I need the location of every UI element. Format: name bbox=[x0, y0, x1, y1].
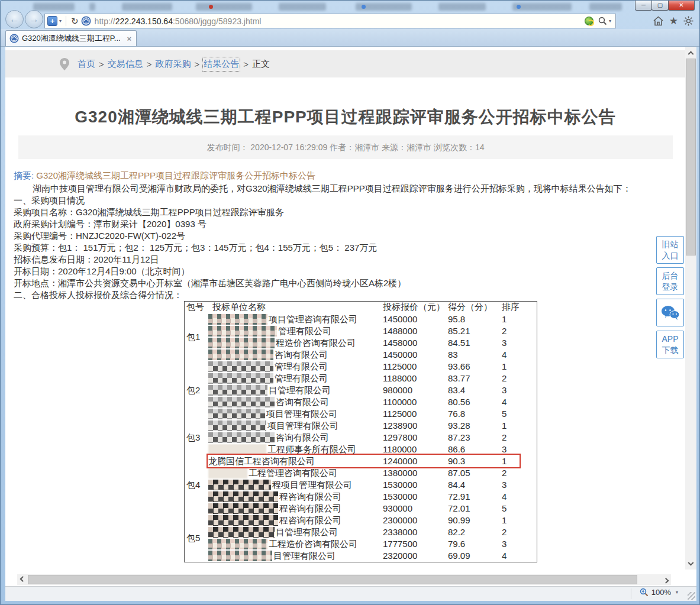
bidder-name: 咨询有限公司 bbox=[208, 396, 329, 408]
zoom-control[interactable]: 100% ▾ bbox=[640, 588, 680, 597]
close-button[interactable]: ✕ bbox=[668, 1, 695, 11]
search-dropdown-icon[interactable]: ▾ bbox=[609, 18, 611, 24]
redaction-mosaic bbox=[208, 420, 266, 431]
wechat-icon bbox=[661, 305, 680, 321]
sidebar-app-download-button[interactable]: APP下载 bbox=[656, 331, 684, 358]
horizontal-scrollbar[interactable] bbox=[17, 574, 671, 585]
bidder-name: 程咨询有限公司 bbox=[208, 503, 341, 515]
table-row: 项目管理有限公司123890093.281 bbox=[185, 420, 537, 432]
bidder-name: 咨询有限公司 bbox=[208, 349, 328, 361]
redaction-mosaic bbox=[208, 432, 275, 443]
bid-price: 1777500 bbox=[383, 538, 417, 550]
breadcrumb-trade-info[interactable]: 交易信息 bbox=[108, 59, 143, 70]
table-row: 龙腾国信工程咨询有限公司124000090.31 bbox=[185, 455, 537, 467]
table-row: 目管理有限公司232000069.094 bbox=[185, 550, 537, 562]
favorites-star-icon[interactable]: ★ bbox=[669, 15, 678, 27]
redaction-mosaic bbox=[208, 539, 267, 549]
scroll-right-arrow[interactable] bbox=[660, 574, 671, 585]
bid-score: 90.99 bbox=[448, 515, 470, 526]
paragraph: 二、合格投标人投标报价及综合得分情况： bbox=[14, 289, 676, 301]
tab-close-icon[interactable]: × bbox=[125, 34, 133, 43]
bid-score: 72.91 bbox=[448, 491, 470, 503]
zoom-magnifier-icon bbox=[640, 588, 649, 597]
minimize-button[interactable]: ─ bbox=[635, 1, 652, 11]
table-row: 程项目管理有限公司153000084.43 bbox=[185, 479, 537, 491]
settings-gear-icon[interactable] bbox=[683, 16, 693, 26]
maximize-button[interactable]: ▢ bbox=[651, 1, 669, 11]
search-icon[interactable] bbox=[598, 17, 607, 25]
bid-rank: 2 bbox=[502, 373, 507, 384]
bid-rank: 1 bbox=[502, 361, 507, 373]
breadcrumb-result-notice[interactable]: 结果公告 bbox=[203, 57, 240, 71]
bid-price: 1100000 bbox=[383, 396, 417, 408]
paragraph: 政府采购计划编号：潭市财采计【2020】0393 号 bbox=[14, 218, 676, 230]
add-tab-icon[interactable]: + bbox=[47, 16, 57, 26]
sidebar-old-site-button[interactable]: 旧站入口 bbox=[656, 236, 684, 264]
bid-score: 79.6 bbox=[448, 538, 465, 550]
bidder-name: 项目管理有限公司 bbox=[208, 408, 337, 420]
bid-score: 95.8 bbox=[448, 313, 465, 325]
chevron-down-icon[interactable]: ▾ bbox=[59, 18, 62, 24]
refresh-icon[interactable]: ↻ bbox=[71, 16, 79, 27]
bid-rank: 1 bbox=[502, 313, 507, 325]
bid-rank: 5 bbox=[502, 408, 507, 420]
bidder-name: 管理有限公司 bbox=[208, 361, 328, 373]
browser-window: ─ ▢ ✕ ← → + ▾ ↻ http://222.243.150.64:50… bbox=[0, 0, 700, 605]
zoom-dropdown-icon[interactable]: ▾ bbox=[676, 590, 678, 595]
back-button[interactable]: ← bbox=[5, 10, 24, 28]
table-row: 管理有限公司112500093.661 bbox=[185, 361, 537, 373]
bid-score: 80.56 bbox=[448, 396, 470, 408]
table-row: 目管理有限公司98000083.43 bbox=[185, 384, 537, 396]
scroll-left-arrow[interactable] bbox=[17, 574, 28, 585]
page-title: G320湘潭绕城线三期工程PPP项目过程跟踪评审服务公开招标中标公告 bbox=[5, 106, 685, 128]
breadcrumb-gov-procurement[interactable]: 政府采购 bbox=[156, 59, 191, 70]
redaction-mosaic bbox=[208, 515, 278, 526]
bid-rank: 2 bbox=[502, 432, 507, 444]
toolbar: ← → + ▾ ↻ http://222.243.150.64:50680/jg… bbox=[1, 12, 699, 29]
forward-button[interactable]: → bbox=[25, 10, 43, 28]
sidebar-wechat-button[interactable] bbox=[656, 299, 684, 326]
window-controls: ─ ▢ ✕ bbox=[636, 1, 695, 11]
paragraph: 开标地点：湘潭市公共资源交易中心开标室（湘潭市岳塘区芙蓉路广电中心西侧尚玲珑小区… bbox=[14, 277, 676, 289]
home-icon[interactable] bbox=[653, 16, 664, 26]
horizontal-scroll-thumb[interactable] bbox=[28, 575, 637, 584]
bid-price: 2320000 bbox=[383, 550, 417, 562]
table-row: 目管理有限公司233800082.22 bbox=[185, 526, 537, 538]
bidder-name: 程项目管理有限公司 bbox=[208, 479, 352, 491]
breadcrumb-home[interactable]: 首页 bbox=[78, 59, 95, 70]
redaction-mosaic bbox=[208, 397, 275, 407]
bid-score: 83.77 bbox=[448, 373, 470, 384]
sidebar-admin-login-button[interactable]: 后台登录 bbox=[656, 267, 684, 295]
article-meta: 发布时间： 2020-12-07 16:29:09 作者：湘潭市 来源：湘潭市 … bbox=[18, 135, 673, 159]
address-bar[interactable]: + ▾ ↻ http://222.243.150.64:50680/jggg/5… bbox=[44, 14, 616, 28]
vertical-scrollbar[interactable] bbox=[685, 47, 696, 570]
paragraph: 开标日期：2020年12月4日9:00（北京时间） bbox=[14, 266, 676, 277]
bid-rank: 4 bbox=[502, 349, 507, 361]
paragraph: 一、采购项目情况 bbox=[14, 195, 676, 206]
bid-price: 1458000 bbox=[383, 337, 417, 349]
bid-price: 1380000 bbox=[383, 467, 417, 479]
bidder-name: 项目管理有限公司 bbox=[208, 420, 338, 432]
site-favicon bbox=[81, 16, 91, 26]
table-row: 程咨询有限公司153000072.914 bbox=[185, 491, 537, 503]
vertical-scroll-thumb[interactable] bbox=[686, 59, 696, 255]
resize-grip[interactable] bbox=[688, 592, 695, 600]
table-row: 咨询有限公司129780087.232 bbox=[185, 432, 537, 444]
url-field[interactable]: http://222.243.150.64:50680/jggg/58923.j… bbox=[95, 17, 585, 26]
status-bar: 100% ▾ bbox=[5, 586, 696, 601]
scroll-down-arrow[interactable] bbox=[685, 559, 696, 570]
tab-active[interactable]: G320湘潭绕城线三期工程P... × bbox=[5, 30, 137, 46]
bidder-name: 程咨询有限公司 bbox=[208, 515, 341, 526]
redaction-mosaic bbox=[208, 338, 275, 348]
plugin-safety-icon[interactable] bbox=[585, 17, 593, 25]
bid-rank: 4 bbox=[502, 491, 507, 503]
bidder-name: 管理有限公司 bbox=[208, 325, 331, 337]
table-row: 项目管理咨询有限公司145000095.81 bbox=[185, 313, 537, 325]
bid-score: 87.05 bbox=[448, 467, 470, 479]
page-viewport: 首页 > 交易信息 > 政府采购 > 结果公告 > 正文 G320湘潭绕城线三期… bbox=[5, 47, 696, 601]
bid-price: 1530000 bbox=[383, 479, 417, 491]
table-row: 咨询有限公司110000080.564 bbox=[185, 396, 537, 408]
redaction-mosaic bbox=[208, 491, 278, 502]
tab-bar: G320湘潭绕城线三期工程P... × bbox=[1, 29, 699, 47]
scroll-up-arrow[interactable] bbox=[685, 47, 696, 57]
